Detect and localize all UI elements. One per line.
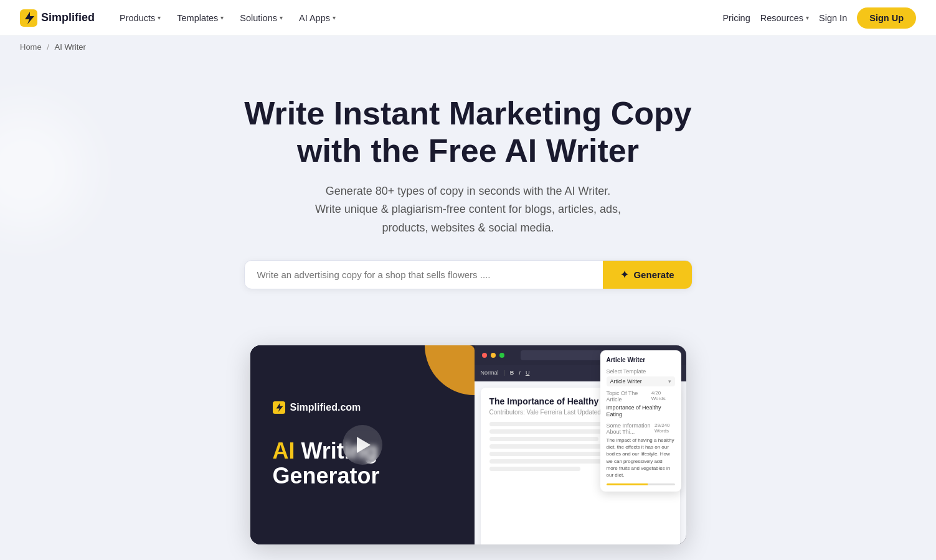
format-underline[interactable]: U (526, 370, 530, 376)
logo-icon (20, 9, 37, 27)
hero-subtitle-line1: Generate 80+ types of copy in seconds wi… (326, 185, 610, 197)
chevron-down-icon: ▾ (333, 14, 336, 21)
hero-section: Write Instant Marketing Copy with the Fr… (0, 58, 936, 314)
hero-title: Write Instant Marketing Copy with the Fr… (225, 95, 711, 170)
ai-body-text: The impact of having a healthy diet, the… (607, 437, 675, 478)
minimize-dot (491, 353, 496, 358)
doc-line-7 (489, 467, 580, 471)
breadcrumb-current: AI Writer (55, 42, 86, 52)
nav-links: Products ▾ Templates ▾ Solutions ▾ AI Ap… (112, 8, 722, 28)
nav-right: Pricing Resources ▾ Sign In Sign Up (722, 7, 916, 29)
hero-subtitle-line3: products, websites & social media. (382, 222, 554, 234)
ai-writer-panel: Article Writer Select Template Article W… (600, 388, 680, 492)
format-separator-1: | (504, 370, 505, 376)
hero-subtitle-line2: Write unique & plagiarism-free content f… (315, 203, 621, 215)
search-input[interactable] (245, 261, 603, 289)
ai-topic-label: Topic Of The Article (607, 390, 651, 403)
video-container: Simplified.com AI WritingGenerator 482 (250, 345, 686, 544)
nav-item-products[interactable]: Products ▾ (112, 8, 168, 28)
ai-info-count: 29/240 Words (655, 422, 674, 437)
logo-text: Simplified (41, 11, 95, 24)
breadcrumb-separator: / (47, 42, 49, 52)
close-dot (482, 353, 487, 358)
nav-signup-button[interactable]: Sign Up (857, 7, 916, 29)
chevron-down-icon: ▾ (220, 14, 224, 21)
nav-item-ai-apps[interactable]: AI Apps ▾ (291, 8, 343, 28)
ai-info-label: Some Information About Thi... (607, 422, 655, 435)
generate-icon: ✦ (620, 269, 628, 281)
ai-topic-count: 4/20 Words (651, 390, 675, 404)
ai-info-row: Some Information About Thi... 29/240 Wor… (607, 422, 675, 437)
format-bold[interactable]: B (510, 370, 514, 376)
video-right-panel: 482 Words Normal | B I U The Importance … (475, 345, 686, 544)
video-ai-text: AI (273, 438, 295, 464)
video-logo-text: Simplified.com (290, 402, 361, 413)
nav-item-solutions[interactable]: Solutions ▾ (232, 8, 290, 28)
video-logo-icon (273, 401, 285, 414)
video-inner: Simplified.com AI WritingGenerator 482 (250, 345, 686, 544)
chevron-down-icon: ▾ (158, 14, 161, 21)
breadcrumb: Home / AI Writer (0, 36, 936, 58)
chevron-down-icon: ▾ (280, 14, 283, 21)
navbar: Simplified Products ▾ Templates ▾ Soluti… (0, 0, 936, 36)
ai-topic-value: Importance of Healthy Eating (607, 404, 675, 419)
nav-item-templates[interactable]: Templates ▾ (169, 8, 231, 28)
format-normal: Normal (481, 370, 499, 376)
video-section: Simplified.com AI WritingGenerator 482 (0, 314, 936, 544)
video-left-panel: Simplified.com AI WritingGenerator (250, 345, 475, 544)
nav-resources[interactable]: Resources ▾ (760, 13, 809, 23)
hero-subtitle: Generate 80+ types of copy in seconds wi… (281, 182, 655, 238)
generate-button[interactable]: ✦ Generate (603, 261, 691, 289)
doc-panel: The Importance of Healthy Eating Contrib… (481, 388, 680, 544)
ai-topic-row: Topic Of The Article 4/20 Words (607, 390, 675, 404)
doc-line-3 (489, 437, 598, 441)
format-italic[interactable]: I (519, 370, 521, 376)
orange-accent-decoration (425, 345, 475, 395)
nav-pricing[interactable]: Pricing (722, 13, 750, 23)
play-button[interactable] (343, 425, 382, 465)
video-logo: Simplified.com (273, 401, 452, 414)
nav-signin[interactable]: Sign In (819, 13, 847, 23)
breadcrumb-home[interactable]: Home (20, 42, 42, 52)
logo-link[interactable]: Simplified (20, 9, 95, 27)
search-bar: ✦ Generate (244, 260, 693, 289)
maximize-dot (499, 353, 504, 358)
chevron-down-icon: ▾ (806, 14, 809, 21)
progress-bar (607, 483, 675, 485)
